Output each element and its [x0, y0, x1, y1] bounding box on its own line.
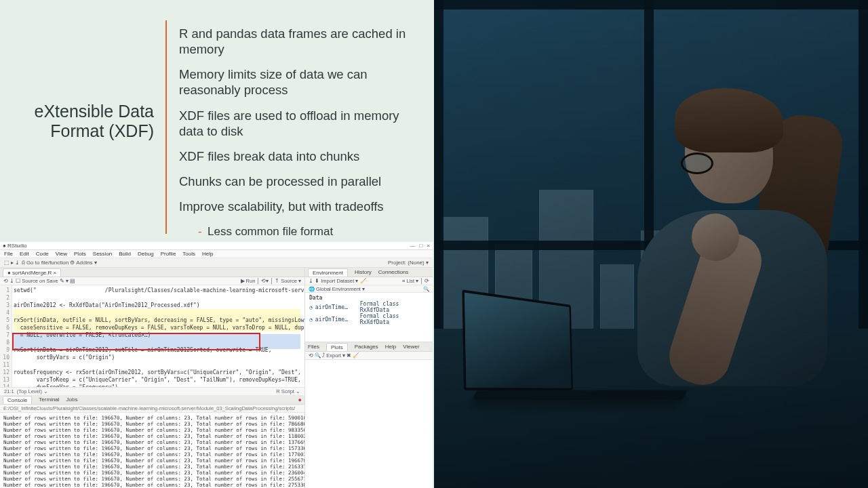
object-icon: ◔ [309, 317, 313, 323]
viewer-toolbar-buttons[interactable]: ⟲ 🔍 ⤴ Export ▾ ✖ 🧹 [309, 352, 359, 359]
menu-item[interactable]: Debug [138, 251, 154, 257]
tab-plots[interactable]: Plots [326, 343, 348, 351]
menu-item[interactable]: Code [36, 251, 49, 257]
bullet-item: Improve scalability, but with tradeoffs [179, 199, 423, 214]
source-tabs[interactable]: ● sortAndMerge.R × [0, 268, 304, 277]
line-gutter: 123456789101112131415161718192021 [0, 285, 12, 387]
window-controls[interactable]: — □ × [410, 243, 430, 249]
maximize-icon[interactable]: □ [419, 243, 422, 249]
tab-terminal[interactable]: Terminal [39, 396, 59, 403]
source-toolbar[interactable]: ⟲ ⤓ ☐ Source on Save ✎ ▾ ▤ ▶ Run │ ⟲▾ │ … [0, 277, 304, 285]
tab-environment[interactable]: Environment [308, 268, 348, 277]
menu-item[interactable]: Edit [20, 251, 29, 257]
tab-packages[interactable]: Packages [355, 344, 378, 350]
code-content[interactable]: setwd(" /Pluralsight/Classes/scalable-ma… [14, 287, 303, 387]
menu-item[interactable]: Build [119, 251, 131, 257]
object-icon: ◔ [309, 304, 313, 310]
environment-list[interactable]: Data ◔airOnTime… Formal class RxXdfData … [305, 293, 433, 342]
console-working-dir: E:/OSI_InfiniteClouds/Pluralsight/Classe… [0, 405, 304, 413]
env-row[interactable]: ◔airOnTime… Formal class RxXdfData [309, 301, 429, 313]
env-category: Data [309, 295, 429, 301]
tab-connections[interactable]: Connections [378, 269, 408, 275]
dash-icon: - [198, 224, 208, 240]
toolbar-left[interactable]: ⬚ ▸ ⤓ ⎙ Go to file/function ⚙ Addins ▾ [4, 260, 97, 266]
plot-area [305, 360, 433, 488]
env-scope-bar[interactable]: 🌐 Global Environment ▾ 🔍 [305, 285, 433, 293]
source-toolbar-left[interactable]: ⟲ ⤓ ☐ Source on Save ✎ ▾ ▤ [3, 278, 75, 284]
viewer-tabs[interactable]: Files Plots Packages Help Viewer [305, 342, 433, 352]
sub-bullet-item: -Less common file format [179, 224, 423, 240]
scope-selector[interactable]: (Top Level) ⌄ [17, 388, 48, 394]
slide-title: eXtensible Data Format (XDF) [0, 102, 159, 141]
env-row[interactable]: ◔airOnTime… Formal class RxXdfData [309, 313, 429, 325]
rstudio-window: ● RStudio — □ × File Edit Code View Plot… [0, 242, 433, 488]
env-toolbar-left[interactable]: ⤓ ⬇ Import Dataset ▾ 🧹 [309, 278, 366, 284]
menu-item[interactable]: Help [202, 251, 213, 257]
slide-left-panel: eXtensible Data Format (XDF) R and panda… [0, 0, 434, 488]
slide-title-line2: Format (XDF) [0, 121, 154, 141]
environment-toolbar[interactable]: ⤓ ⬇ Import Dataset ▾ 🧹 ≡ List ▾ │ ⟳ [305, 277, 433, 285]
tab-history[interactable]: History [355, 269, 372, 275]
slide-title-line1: eXtensible Data [0, 102, 154, 121]
app-title: ● RStudio [3, 243, 27, 249]
bullet-item: XDF files are used to offload in memory … [179, 108, 423, 139]
vertical-divider [165, 20, 167, 234]
console-tabs[interactable]: Console Terminal Jobs ● [0, 395, 304, 405]
tab-files[interactable]: Files [308, 344, 319, 350]
file-type-selector[interactable]: R Script ⌄ [276, 388, 300, 394]
tab-viewer[interactable]: Viewer [403, 344, 419, 350]
menu-item[interactable]: File [4, 251, 13, 257]
menu-item[interactable]: Session [93, 251, 112, 257]
source-toolbar-right[interactable]: ▶ Run │ ⟲▾ │ ⤒ Source ▾ [241, 278, 301, 284]
close-icon[interactable]: × [427, 243, 430, 249]
menu-bar[interactable]: File Edit Code View Plots Session Build … [0, 250, 433, 258]
window-titlebar[interactable]: ● RStudio — □ × [0, 242, 433, 250]
env-toolbar-right[interactable]: ≡ List ▾ │ ⟳ [402, 278, 429, 284]
env-scope-selector[interactable]: 🌐 Global Environment ▾ [309, 286, 365, 292]
tab-jobs[interactable]: Jobs [66, 396, 78, 403]
console-output[interactable]: Number of rows written to file: 196670, … [0, 413, 304, 488]
project-selector[interactable]: Project: (None) ▾ [388, 260, 429, 266]
bullet-item: R and pandas data frames are cached in m… [179, 26, 423, 57]
menu-item[interactable]: Plots [74, 251, 86, 257]
menu-item[interactable]: View [56, 251, 67, 257]
source-file-tab[interactable]: ● sortAndMerge.R × [3, 268, 61, 277]
environment-tabs[interactable]: Environment History Connections [305, 268, 433, 277]
code-editor[interactable]: 123456789101112131415161718192021 setwd(… [0, 285, 304, 387]
tab-console[interactable]: Console [3, 396, 32, 404]
bullet-item: XDF files break data into chunks [179, 148, 423, 164]
bullet-item: Chunks can be processed in parallel [179, 174, 423, 189]
menu-item[interactable]: Profile [161, 251, 176, 257]
hero-photo [434, 0, 868, 488]
bullet-list: R and pandas data frames are cached in m… [179, 26, 423, 256]
main-toolbar[interactable]: ⬚ ▸ ⤓ ⎙ Go to file/function ⚙ Addins ▾ P… [0, 258, 433, 268]
editor-status-bar: 21:1 (Top Level) ⌄ R Script ⌄ [0, 387, 304, 395]
minimize-icon[interactable]: — [410, 243, 415, 249]
search-icon[interactable]: 🔍 [423, 286, 429, 292]
cursor-position: 21:1 [4, 388, 14, 394]
menu-item[interactable]: Tools [182, 251, 195, 257]
viewer-toolbar[interactable]: ⟲ 🔍 ⤴ Export ▾ ✖ 🧹 [305, 352, 433, 360]
tab-help[interactable]: Help [385, 344, 396, 350]
bullet-item: Memory limits size of data we can reason… [179, 66, 423, 98]
stop-icon[interactable]: ● [298, 396, 302, 403]
